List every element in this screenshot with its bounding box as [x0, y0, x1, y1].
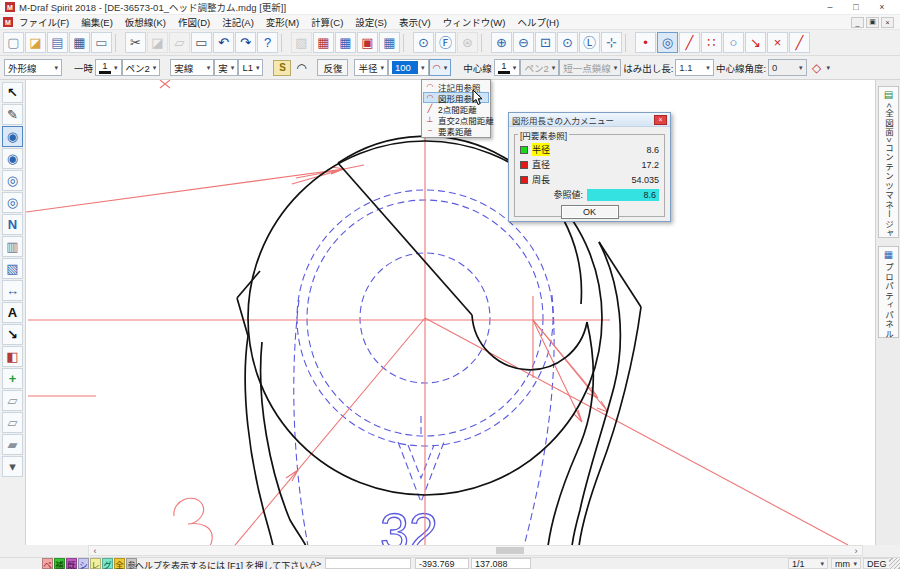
close-button[interactable]: × — [869, 0, 895, 14]
snap-grid-icon[interactable]: ∷ — [701, 32, 722, 53]
menu-bar-item[interactable]: ヘルプ(H) — [511, 14, 565, 30]
pen-combo[interactable]: ペン2▾ — [122, 59, 161, 76]
reference-type-combo[interactable]: ◠▾ — [429, 59, 452, 76]
menu-bar-item[interactable]: 注記(A) — [216, 14, 260, 30]
tab-property-panel[interactable]: ▦ プロパティパネル — [878, 246, 899, 338]
menu-item-ortho-2point-distance[interactable]: ⊥ 直交2点間距離 — [423, 114, 489, 125]
reference-row[interactable]: 半径 8.6 — [515, 142, 664, 157]
menu-bar-item[interactable]: 仮想線(K) — [119, 14, 172, 30]
menu-bar-item[interactable]: ファイル(F) — [13, 14, 75, 30]
command-input[interactable] — [325, 558, 411, 569]
new-file-icon[interactable]: ▢ — [3, 32, 24, 53]
save-icon[interactable]: ▦ — [69, 32, 90, 53]
cut-icon[interactable]: ✂ — [125, 32, 146, 53]
scroll-left-icon[interactable]: ‹ — [89, 546, 101, 555]
reference-value-input[interactable]: 8.6 — [587, 189, 659, 201]
open-file-icon[interactable]: ◪ — [25, 32, 46, 53]
arc-point-icon[interactable]: ◠ — [291, 59, 311, 76]
copy-shape-icon[interactable]: ▱ — [2, 390, 23, 411]
toolbar-separator[interactable] — [403, 34, 410, 52]
mdi-close-button[interactable]: × — [881, 17, 894, 28]
text-icon[interactable]: A — [2, 302, 23, 323]
radius-value-input[interactable]: 100▾ — [388, 59, 429, 76]
fill-combo[interactable]: 実▾ — [214, 59, 238, 76]
snap-tangent-icon[interactable]: ╱ — [789, 32, 810, 53]
paste-icon[interactable]: ▥ — [2, 236, 23, 257]
sheet-manager-icon[interactable]: ▧ — [291, 32, 312, 53]
circle-2point-icon[interactable]: ◉ — [2, 148, 23, 169]
redo-icon[interactable]: ↷ — [235, 32, 256, 53]
array-shape-icon[interactable]: ▰ — [2, 434, 23, 455]
freehand-icon[interactable]: ✎ — [2, 104, 23, 125]
linetype-combo[interactable]: 実線▾ — [170, 59, 214, 76]
style-folder-icon[interactable]: S — [273, 60, 291, 76]
mdi-restore-button[interactable]: ▣ — [866, 17, 879, 28]
help-icon[interactable]: ? — [257, 32, 278, 53]
scale-combo[interactable]: 1/1▾ — [788, 558, 828, 569]
menu-bar-item[interactable]: 変形(M) — [260, 14, 305, 30]
mode-chip[interactable]: シ — [78, 558, 89, 569]
snap-center-icon[interactable]: ◎ — [657, 32, 678, 53]
mode-chip[interactable]: 全 — [114, 558, 125, 569]
menu-item-shape-reference[interactable]: ◠ 図形用参照 — [423, 92, 489, 103]
datum-point-icon[interactable]: + — [2, 368, 23, 389]
toolbar-separator[interactable] — [281, 34, 288, 52]
selection-rect-icon[interactable]: ▭ — [191, 32, 212, 53]
erase-icon[interactable]: ◪ — [147, 32, 168, 53]
dialog-title-bar[interactable]: 図形用長さの入力メニュー × — [509, 113, 670, 127]
repeat-button[interactable]: 反復 — [317, 59, 348, 76]
line-class-combo[interactable]: 外形線▾ — [4, 59, 62, 76]
snap-circle-icon[interactable]: ○ — [723, 32, 744, 53]
menu-item-element-distance[interactable]: ~ 要素距離 — [423, 125, 489, 136]
toolbox-icon[interactable]: ▣ — [357, 32, 378, 53]
select-arrow-icon[interactable]: ↖ — [2, 82, 23, 103]
move-shape-icon[interactable]: ▱ — [2, 412, 23, 433]
tab-content-manager[interactable]: ▤ <全図面>コンテンツマネージャ — [878, 86, 899, 238]
zoom-out-icon[interactable]: ⊖ — [513, 32, 534, 53]
mode-chip[interactable]: 既 — [66, 558, 77, 569]
mode-chip[interactable]: 補 — [54, 558, 65, 569]
circle-point-icon[interactable]: ◎ — [2, 170, 23, 191]
horizontal-scrollbar[interactable]: ‹ › — [88, 545, 863, 556]
layer-manager-icon[interactable]: ▦ — [335, 32, 356, 53]
undo-icon[interactable]: ↶ — [213, 32, 234, 53]
table-settings-icon[interactable]: ▦ — [379, 32, 400, 53]
mode-chip[interactable]: ペ — [42, 558, 53, 569]
ok-button[interactable]: OK — [561, 205, 619, 219]
menu-bar-item[interactable]: 作図(D) — [172, 14, 216, 30]
snap-endpoint-icon[interactable]: ╱ — [679, 32, 700, 53]
mode-chip[interactable]: レ — [90, 558, 101, 569]
dialog-close-icon[interactable]: × — [654, 115, 667, 125]
reference-row[interactable]: 周長 54.035 — [515, 172, 664, 187]
reference-row[interactable]: 直径 17.2 — [515, 157, 664, 172]
drawing-canvas[interactable]: 32 — [26, 80, 875, 545]
radius-mode-combo[interactable]: 半径▾ — [354, 59, 388, 76]
scrollbar-thumb[interactable] — [496, 547, 524, 554]
line-width-combo[interactable]: 1▾ — [95, 59, 122, 76]
clip-frame-icon[interactable]: ◧ — [2, 346, 23, 367]
resize-grip[interactable] — [889, 558, 900, 569]
mode-chip[interactable]: グ — [102, 558, 113, 569]
menu-bar-item[interactable]: ウィンドウ(W) — [437, 14, 512, 30]
menu-bar-item[interactable]: 表示(V) — [393, 14, 437, 30]
print-icon[interactable]: ▭ — [91, 32, 112, 53]
zoom-in-icon[interactable]: ⊕ — [491, 32, 512, 53]
zoom-fit-icon[interactable]: Ⓕ — [435, 32, 456, 53]
more-tools-icon[interactable]: ▾ — [2, 456, 23, 477]
circle-tangent-icon[interactable]: ◎ — [2, 192, 23, 213]
copy-icon[interactable]: ▱ — [169, 32, 190, 53]
menu-item-2point-distance[interactable]: ╱ 2点間距離 — [423, 103, 489, 114]
leader-arrow-icon[interactable]: ↘ — [2, 324, 23, 345]
solid-3d-icon[interactable]: ▧ — [2, 258, 23, 279]
zoom-window-icon[interactable]: ⊡ — [535, 32, 556, 53]
dimension-icon[interactable]: ↔ — [2, 280, 23, 301]
scroll-right-icon[interactable]: › — [850, 546, 862, 555]
pan-icon[interactable]: ⊹ — [601, 32, 622, 53]
toolbar-separator[interactable] — [625, 34, 632, 52]
point-icon[interactable]: • — [635, 32, 656, 53]
overhang-input[interactable]: 1.1▾ — [675, 59, 714, 76]
unit-combo[interactable]: mm▾ — [831, 558, 861, 569]
menu-bar-item[interactable]: 編集(E) — [75, 14, 119, 30]
content-manager-icon[interactable]: ▦ — [313, 32, 334, 53]
menu-bar-item[interactable]: 設定(S) — [349, 14, 393, 30]
